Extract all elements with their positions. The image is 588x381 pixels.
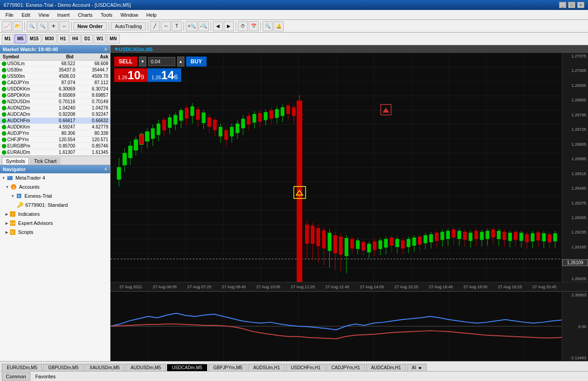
market-watch-row[interactable]: US30m 35437.0 35444.7 (0, 67, 110, 73)
new-order-button[interactable]: New Order (73, 22, 107, 30)
nav-accounts[interactable]: ▼ $ Accounts (0, 182, 110, 191)
menu-tools[interactable]: Tools (97, 11, 116, 19)
chart-tab-gbpjpy[interactable]: GBPJPYm,M5 (208, 364, 247, 371)
symbol-name: USDDKKm (7, 86, 43, 91)
maximize-button[interactable]: □ (568, 2, 575, 8)
zoom-out-button[interactable]: 🔍 (38, 21, 48, 31)
price-5: 1.26795 (562, 113, 588, 117)
status-bar: Common Favorites (0, 371, 588, 381)
close-button[interactable]: × (577, 2, 584, 8)
tf-m1[interactable]: M1 (2, 34, 14, 43)
market-watch-row[interactable]: CHFJPYm 120.554 120.571 (0, 137, 110, 143)
chart-tab-cadjpy[interactable]: CADJPYm,H1 (327, 364, 365, 371)
nav-indicators-label: Indicators (18, 211, 40, 217)
volume-up-button[interactable]: ▲ (177, 57, 184, 67)
chart-tab-eurusd[interactable]: EURUSDm,M5 (2, 364, 42, 371)
symbol-bid: 120.554 (43, 137, 77, 142)
tab-symbols[interactable]: Symbols (2, 157, 29, 165)
market-watch-row[interactable]: US500m 4508.03 4509.70 (0, 73, 110, 80)
minimize-button[interactable]: _ (559, 2, 566, 8)
tf-m5[interactable]: M5 (14, 34, 26, 43)
symbol-name: AUDCADm (7, 112, 43, 117)
tab-tick-chart[interactable]: Tick Chart (30, 157, 61, 165)
zoom-chart-in[interactable]: +🔍 (186, 21, 198, 31)
text-tool-button[interactable]: T (172, 21, 182, 31)
status-tab-common[interactable]: Common (2, 372, 30, 381)
chart-tab-usdchf[interactable]: USDCHFm,H1 (286, 364, 326, 371)
menu-edit[interactable]: Edit (18, 11, 34, 19)
market-watch-row[interactable]: AUDDKKm 4.59247 4.62779 (0, 124, 110, 130)
menu-file[interactable]: File (2, 11, 17, 19)
menu-view[interactable]: View (35, 11, 53, 19)
chart-tab-gbpusd[interactable]: GBPUSDm,M5 (43, 364, 83, 371)
tf-mn[interactable]: MN (107, 34, 120, 43)
chart-tab-audsm[interactable]: AUDSUm,H1 (248, 364, 285, 371)
menu-window[interactable]: Window (117, 11, 142, 19)
nav-expert-advisors[interactable]: ▶ EA Expert Advisors (0, 219, 110, 228)
nav-account-number[interactable]: 🔑 6779901: Standard (0, 200, 110, 210)
market-watch-row[interactable]: NZDUSDm 0.70116 0.70149 (0, 99, 110, 105)
market-watch-row[interactable]: EURAUDm 1.61307 1.61345 (0, 149, 110, 156)
tf-h4[interactable]: H4 (70, 34, 81, 43)
search-button[interactable]: 🔍 (263, 21, 273, 31)
tf-d1[interactable]: D1 (82, 34, 93, 43)
market-watch-row[interactable]: EURGBPm 0.85700 0.85746 (0, 143, 110, 149)
tf-m15[interactable]: M15 (27, 34, 41, 43)
hline-tool-button[interactable]: ─ (161, 21, 171, 31)
market-watch-row[interactable]: GBPDKKm 8.65069 8.69857 (0, 92, 110, 99)
open-button[interactable]: 📂 (13, 21, 23, 31)
chart-fwd[interactable]: ▶ (224, 21, 234, 31)
toolbar-separator5 (183, 22, 184, 31)
market-watch-row[interactable]: AUDNZDm 1.04240 1.04276 (0, 105, 110, 111)
tf-h1[interactable]: H1 (58, 34, 69, 43)
navigator-close[interactable]: × (104, 166, 107, 172)
nav-scripts[interactable]: ▶ SC Scripts (0, 228, 110, 237)
chart-tab-audcad[interactable]: AUDCADm,H1 (366, 364, 406, 371)
market-watch-row[interactable]: USDDKKm 6.30069 6.30724 (0, 86, 110, 92)
new-chart-button[interactable]: 📈 (2, 21, 12, 31)
market-watch-row[interactable]: CADJPYm 87.074 87.112 (0, 80, 110, 86)
nav-broker[interactable]: ▼ E Exness-Trial (0, 191, 110, 200)
market-watch-close[interactable]: × (104, 46, 107, 52)
chart-tab-ai[interactable]: AI ◄ (407, 364, 427, 371)
chart-back[interactable]: ◀ (213, 21, 223, 31)
titlebar-buttons[interactable]: _ □ × (559, 2, 584, 8)
market-watch-row[interactable]: AUDJPYm 80.306 80.338 (0, 130, 110, 137)
scroll-button[interactable]: ↔ (59, 21, 69, 31)
status-tab-favorites[interactable]: Favorites (31, 372, 60, 381)
market-watch-row[interactable]: AUDCHFm 0.66617 0.66632 (0, 118, 110, 124)
chart-tab-usdcad[interactable]: USDCADm,M5 (167, 364, 207, 371)
zoom-chart-out[interactable]: -🔍 (198, 21, 209, 31)
tf-w1[interactable]: W1 (94, 34, 106, 43)
tf-m30[interactable]: M30 (42, 34, 56, 43)
volume-input[interactable] (148, 57, 175, 66)
sell-button[interactable]: SELL (114, 57, 137, 67)
menu-insert[interactable]: Insert (53, 11, 73, 19)
zoom-in-button[interactable]: 🔍 (27, 21, 37, 31)
svg-rect-117 (333, 235, 337, 253)
menu-help[interactable]: Help (143, 11, 160, 19)
symbol-name: GBPDKKm (7, 93, 43, 98)
notification-button[interactable]: 🔔 (274, 21, 284, 31)
line-tool-button[interactable]: ╱ (150, 21, 160, 31)
autotrading-button[interactable]: AutoTrading (111, 22, 146, 30)
svg-rect-49 (140, 134, 143, 144)
nav-metatrader-root[interactable]: ▼ MetaTrader 4 (0, 173, 110, 182)
date-btn[interactable]: 📅 (249, 21, 259, 31)
buy-button[interactable]: BUY (186, 57, 207, 67)
crosshair-button[interactable]: ✛ (48, 21, 58, 31)
chart-main-area[interactable]: SELL ▼ ▲ BUY 1.26 10 9 1.26 14 6 (111, 53, 588, 282)
volume-down-button[interactable]: ▼ (139, 57, 146, 67)
svg-rect-61 (174, 115, 177, 124)
nav-indicators[interactable]: ▶ f Indicators (0, 210, 110, 219)
market-watch-row[interactable]: AUDCADm 0.92208 0.92247 (0, 111, 110, 118)
chart-tab-audusd[interactable]: AUDUSDm,M5 (125, 364, 166, 371)
svg-rect-175 (497, 231, 501, 239)
menu-charts[interactable]: Charts (74, 11, 96, 19)
svg-rect-167 (474, 231, 478, 239)
market-watch-row[interactable]: USOILm 68.522 68.608 (0, 61, 110, 67)
time-label-10: 27 Aug 18:05 (463, 285, 487, 289)
symbol-bid: 6.30069 (43, 86, 77, 91)
chart-tab-xauusd[interactable]: XAUUSDm,M5 (84, 364, 125, 371)
period-sep-btn[interactable]: ⏱ (238, 21, 248, 31)
